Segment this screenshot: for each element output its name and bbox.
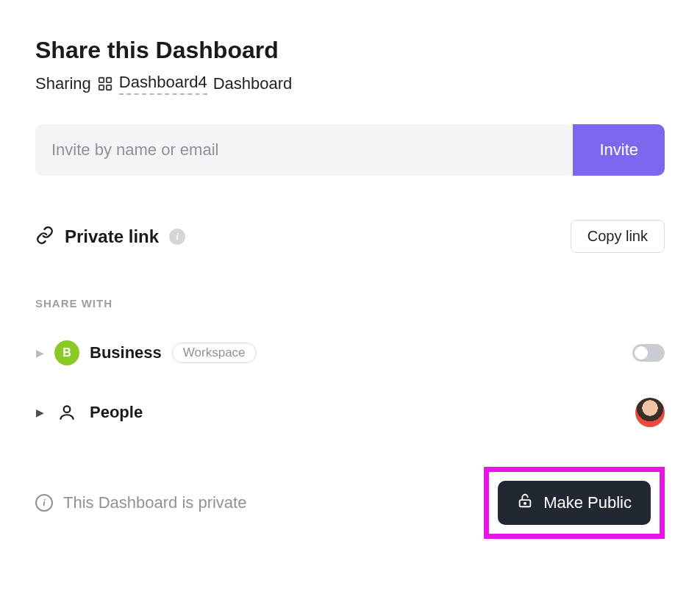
share-item-people: ▶ People: [35, 387, 665, 437]
invite-button[interactable]: Invite: [573, 124, 665, 176]
svg-point-4: [64, 406, 71, 412]
private-link-row: Private link i Copy link: [35, 220, 665, 253]
caret-right-icon[interactable]: ▶: [35, 347, 44, 359]
footer-row: i This Dashboard is private Make Public: [35, 467, 665, 539]
workspace-badge: Workspace: [172, 343, 257, 363]
invite-input[interactable]: [35, 124, 573, 176]
svg-rect-3: [107, 85, 111, 90]
svg-point-6: [524, 503, 526, 504]
dashboard-icon: [97, 76, 113, 92]
private-link-label: Private link: [65, 226, 159, 247]
breadcrumb-dashboard-name[interactable]: Dashboard4: [119, 73, 207, 95]
share-item-name: Business: [90, 343, 162, 362]
copy-link-button[interactable]: Copy link: [571, 220, 665, 253]
dialog-title: Share this Dashboard: [35, 37, 665, 64]
breadcrumb: Sharing Dashboard4 Dashboard: [35, 73, 665, 95]
info-outline-icon: i: [35, 494, 53, 512]
share-item-name: People: [90, 403, 143, 422]
invite-row: Invite: [35, 124, 665, 176]
person-icon: [54, 403, 79, 422]
share-item-business: ▶ B Business Workspace: [35, 330, 665, 376]
breadcrumb-suffix: Dashboard: [213, 74, 293, 93]
link-icon: [35, 226, 54, 248]
highlight-annotation: Make Public: [484, 467, 665, 539]
make-public-button[interactable]: Make Public: [498, 481, 651, 525]
user-avatar[interactable]: [635, 398, 665, 427]
workspace-avatar: B: [54, 340, 79, 365]
make-public-label: Make Public: [543, 493, 632, 512]
caret-right-icon[interactable]: ▶: [35, 407, 44, 418]
svg-rect-0: [99, 78, 104, 82]
unlock-icon: [517, 493, 533, 513]
info-icon[interactable]: i: [169, 229, 185, 245]
privacy-status-text: This Dashboard is private: [63, 493, 246, 512]
breadcrumb-prefix: Sharing: [35, 74, 91, 93]
svg-rect-2: [99, 85, 104, 90]
svg-rect-1: [107, 78, 111, 82]
share-toggle-business[interactable]: [632, 344, 665, 362]
share-with-section-label: SHARE WITH: [35, 297, 665, 309]
